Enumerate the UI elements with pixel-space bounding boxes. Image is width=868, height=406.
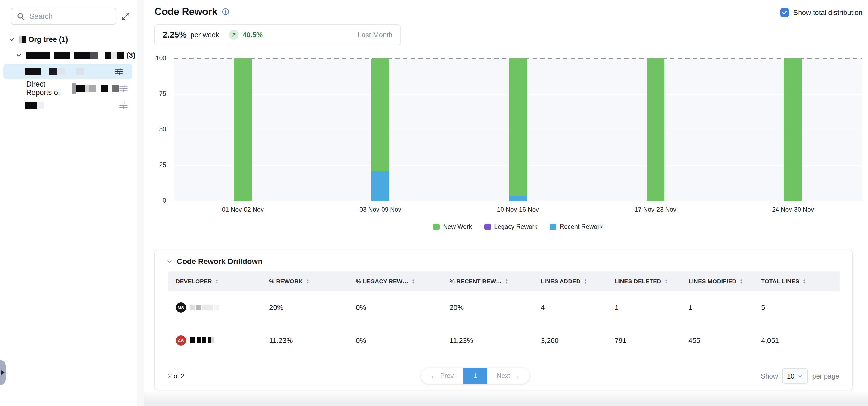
- expand-panel-icon[interactable]: [119, 10, 132, 23]
- checkbox-checked-icon[interactable]: [780, 8, 789, 17]
- bar-segment: [371, 171, 389, 201]
- next-page-button[interactable]: Next →: [487, 368, 529, 384]
- column-header-total-lines[interactable]: TOTAL LINES▲▼: [753, 278, 840, 284]
- filter-sliders-icon[interactable]: [119, 101, 128, 110]
- kpi-unit: per week: [190, 31, 219, 39]
- chevron-down-icon[interactable]: [15, 52, 22, 59]
- sort-icon[interactable]: ▲▼: [803, 279, 806, 283]
- toggle-label: Show total distribution: [793, 8, 863, 17]
- x-axis-label: 24 Nov-30 Nov: [724, 206, 862, 213]
- bar-segment: [647, 58, 664, 201]
- column-header-lines-deleted[interactable]: LINES DELETED▲▼: [607, 278, 681, 284]
- search-box[interactable]: [11, 8, 116, 25]
- column-header-rework[interactable]: % REWORK▲▼: [261, 278, 348, 284]
- cell-lines-added: 4: [533, 303, 607, 312]
- legend-label: New Work: [443, 223, 472, 231]
- table-header-row: DEVELOPER▲▼ % REWORK▲▼ % LEGACY REW…▲▼ %…: [168, 271, 840, 292]
- sort-icon[interactable]: ▲▼: [584, 279, 587, 283]
- column-header-lines-modified[interactable]: LINES MODIFIED▲▼: [681, 278, 753, 284]
- active-page-button[interactable]: 1: [463, 368, 487, 384]
- chevron-down-icon: [797, 373, 803, 379]
- legend-label: Recent Rework: [560, 223, 602, 231]
- tree-item-direct-reports[interactable]: Direct Reports of: [0, 81, 137, 96]
- x-axis-label: 10 Nov-16 Nov: [449, 206, 587, 213]
- app-root: Org tree (1) (3): [0, 0, 868, 406]
- arrow-left-icon: ←: [430, 372, 437, 380]
- y-axis-label: 75: [146, 90, 166, 97]
- cell-recent-rework: 11.23%: [442, 336, 533, 345]
- redacted-text: [72, 83, 119, 94]
- x-axis-label: 01 Nov-02 Nov: [174, 206, 312, 213]
- arrow-right-icon: →: [513, 372, 520, 380]
- cell-recent-rework: 20%: [442, 303, 533, 312]
- collapse-chevron-icon[interactable]: [166, 258, 173, 265]
- x-axis-label: 03 Nov-09 Nov: [312, 206, 449, 213]
- tree-item-group-redacted[interactable]: (3): [0, 48, 137, 63]
- cell-lines-added: 3,260: [533, 336, 607, 345]
- cell-rework: 11.23%: [261, 336, 348, 345]
- kpi-card: 2.25% per week 40.5% Last Month: [154, 25, 401, 45]
- sort-icon[interactable]: ▲▼: [412, 279, 415, 283]
- tree-item-org-root[interactable]: Org tree (1): [0, 32, 137, 47]
- per-page-label: per page: [812, 372, 839, 380]
- y-axis-label: 25: [146, 161, 166, 169]
- org-avatar-redacted: [19, 36, 26, 43]
- column-header-lines-added[interactable]: LINES ADDED▲▼: [533, 278, 607, 284]
- page-size-select[interactable]: 10: [782, 368, 808, 384]
- table-row[interactable]: MS 20% 0% 20% 4 1 1 5: [168, 292, 840, 324]
- cell-total-lines: 5: [753, 303, 840, 312]
- legend-item: Legacy Rework: [485, 223, 537, 231]
- bar-stack: [784, 58, 802, 201]
- org-tree: Org tree (1) (3): [0, 32, 137, 113]
- bar-segment: [371, 58, 389, 171]
- table-footer: 2 of 2 ← Prev 1 Next → Show 10: [155, 362, 852, 390]
- cell-lines-modified: 455: [681, 336, 753, 345]
- sidebar: Org tree (1) (3): [0, 0, 137, 406]
- table-row[interactable]: AS 11.23% 0% 11.23% 3,260 791 455: [168, 324, 840, 357]
- legend-item: Recent Rework: [550, 223, 602, 231]
- sort-icon[interactable]: ▲▼: [215, 279, 218, 283]
- prev-page-button[interactable]: ← Prev: [421, 368, 463, 384]
- column-header-legacy-rework[interactable]: % LEGACY REW…▲▼: [348, 278, 442, 284]
- redacted-text: [25, 68, 84, 75]
- tree-item-selected-redacted[interactable]: [3, 64, 132, 79]
- bar-segment: [784, 58, 802, 201]
- bar-stack: [647, 58, 664, 201]
- redacted-text: [190, 304, 219, 310]
- sort-icon[interactable]: ▲▼: [306, 279, 309, 283]
- tree-item-label: Org tree (1): [28, 35, 68, 44]
- cell-lines-modified: 1: [681, 303, 753, 312]
- chevron-down-icon[interactable]: [8, 36, 15, 43]
- drilldown-table: DEVELOPER▲▼ % REWORK▲▼ % LEGACY REW…▲▼ %…: [168, 271, 840, 357]
- filter-sliders-icon[interactable]: [119, 84, 128, 93]
- page-size-value: 10: [787, 372, 795, 380]
- sort-icon[interactable]: ▲▼: [740, 279, 743, 283]
- legend-swatch: [550, 224, 556, 230]
- bar-segment: [509, 196, 527, 201]
- legend-item: New Work: [433, 223, 472, 231]
- column-header-recent-rework[interactable]: % RECENT REW…▲▼: [442, 278, 533, 284]
- redacted-text: [25, 102, 44, 109]
- y-axis-label: 50: [146, 126, 166, 133]
- info-icon[interactable]: [222, 8, 229, 15]
- sort-icon[interactable]: ▲▼: [505, 279, 508, 283]
- show-total-distribution-toggle[interactable]: Show total distribution: [780, 8, 863, 17]
- row-count: 2 of 2: [168, 372, 184, 380]
- search-input[interactable]: [29, 12, 106, 21]
- kpi-period: Last Month: [358, 31, 393, 39]
- kpi-delta: 40.5%: [243, 31, 262, 39]
- legend-label: Legacy Rework: [494, 223, 537, 231]
- y-axis-label: 100: [146, 55, 166, 62]
- chart-x-axis: 01 Nov-02 Nov03 Nov-09 Nov10 Nov-16 Nov1…: [174, 206, 862, 216]
- show-label: Show: [761, 372, 778, 380]
- tree-item-redacted[interactable]: [0, 98, 137, 113]
- cell-total-lines: 4,051: [753, 336, 840, 345]
- trend-up-icon: [229, 30, 239, 40]
- column-header-developer[interactable]: DEVELOPER▲▼: [168, 278, 261, 284]
- filter-sliders-icon[interactable]: [114, 67, 123, 76]
- drilldown-card: Code Rework Drilldown DEVELOPER▲▼ % REWO…: [154, 249, 853, 391]
- sort-icon[interactable]: ▲▼: [664, 279, 668, 283]
- main-content: Code Rework Show total distribution 2.25…: [145, 0, 868, 406]
- panel-expand-handle[interactable]: [0, 360, 6, 385]
- redacted-text: [190, 337, 211, 343]
